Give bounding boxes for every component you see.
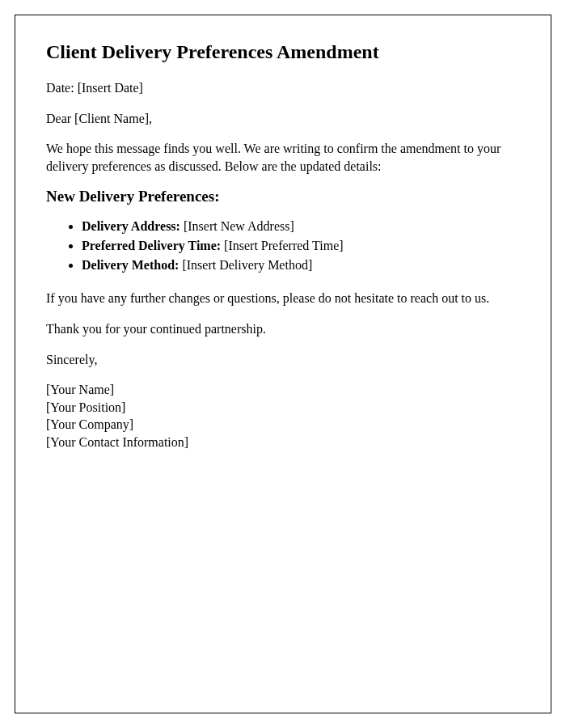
- signature-position: [Your Position]: [46, 399, 520, 417]
- salutation-suffix: ,: [149, 112, 152, 125]
- signature-company: [Your Company]: [46, 416, 520, 434]
- salutation-line: Dear [Client Name],: [46, 110, 520, 128]
- salutation-prefix: Dear: [46, 112, 74, 125]
- field-value: [Insert Preferred Time]: [221, 239, 344, 252]
- signature-name: [Your Name]: [46, 381, 520, 399]
- thanks-paragraph: Thank you for your continued partnership…: [46, 320, 520, 338]
- preferences-list: Delivery Address: [Insert New Address] P…: [82, 217, 520, 275]
- date-label: Date:: [46, 81, 78, 95]
- signature-contact: [Your Contact Information]: [46, 434, 520, 451]
- document-title: Client Delivery Preferences Amendment: [46, 41, 520, 63]
- list-item: Preferred Delivery Time: [Insert Preferr…: [82, 236, 520, 256]
- signature-block: [Your Name] [Your Position] [Your Compan…: [46, 381, 520, 451]
- list-item: Delivery Method: [Insert Delivery Method…: [82, 256, 520, 275]
- intro-paragraph: We hope this message finds you well. We …: [46, 140, 520, 175]
- document-frame: Client Delivery Preferences Amendment Da…: [15, 15, 551, 713]
- closing-line: Sincerely,: [46, 351, 520, 369]
- field-value: [Insert Delivery Method]: [179, 258, 312, 272]
- salutation-name: [Client Name]: [74, 112, 149, 125]
- followup-paragraph: If you have any further changes or quest…: [46, 290, 520, 307]
- field-value: [Insert New Address]: [180, 219, 294, 233]
- date-line: Date: [Insert Date]: [46, 79, 520, 97]
- field-label: Preferred Delivery Time:: [82, 239, 221, 252]
- date-value: [Insert Date]: [78, 81, 143, 95]
- list-item: Delivery Address: [Insert New Address]: [82, 217, 520, 236]
- section-heading: New Delivery Preferences:: [46, 188, 520, 205]
- field-label: Delivery Method:: [82, 258, 179, 272]
- field-label: Delivery Address:: [82, 219, 180, 233]
